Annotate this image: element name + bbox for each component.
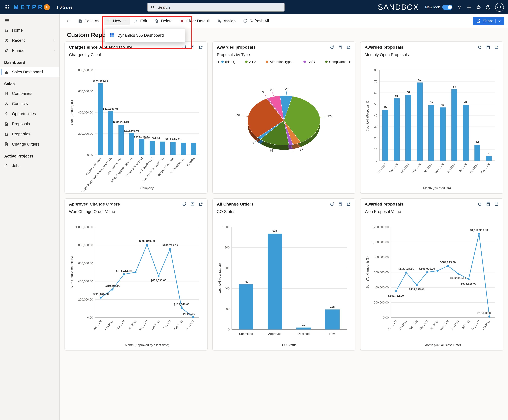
sidebar-item-label: Companies bbox=[12, 91, 32, 96]
sidebar-item-contacts[interactable]: Contacts bbox=[0, 98, 60, 109]
svg-text:$410,153.08: $410,153.08 bbox=[103, 107, 119, 110]
view-records-icon[interactable] bbox=[190, 202, 195, 206]
card-title: Charges since January 1st 2024 bbox=[69, 45, 133, 50]
sidebar-item-pinned[interactable]: Pinned bbox=[0, 45, 60, 56]
new-button[interactable]: New bbox=[104, 17, 129, 25]
svg-text:25: 25 bbox=[270, 88, 273, 92]
legend-prev-arrow[interactable]: ◀ bbox=[217, 60, 219, 63]
home-icon bbox=[4, 28, 9, 32]
svg-text:4: 4 bbox=[488, 152, 490, 155]
legend-next-arrow[interactable]: ▶ bbox=[349, 60, 351, 63]
menu-item-dynamics-365-dashboard[interactable]: Dynamics 365 Dashboard bbox=[105, 29, 185, 42]
card-tools bbox=[330, 45, 351, 49]
save-as-button[interactable]: Save As bbox=[75, 17, 102, 25]
global-search[interactable] bbox=[147, 3, 284, 12]
assign-button[interactable]: Assign bbox=[214, 17, 239, 25]
help-icon[interactable]: ? bbox=[486, 5, 491, 10]
svg-text:MWE Corporate Services: MWE Corporate Services bbox=[110, 157, 133, 183]
logo-text: METPR bbox=[14, 4, 44, 11]
view-records-icon[interactable] bbox=[190, 45, 195, 49]
sidebar-item-recent[interactable]: Recent bbox=[0, 35, 60, 45]
expand-icon[interactable] bbox=[494, 202, 499, 206]
svg-text:Jan 2024: Jan 2024 bbox=[93, 320, 103, 331]
svg-text:Count:All (CO Status): Count:All (CO Status) bbox=[218, 263, 221, 293]
sidebar-item-sales-dashboard[interactable]: Sales Dashboard bbox=[0, 67, 60, 77]
svg-text:Feb 2024: Feb 2024 bbox=[104, 320, 114, 331]
share-button[interactable]: Share bbox=[473, 17, 504, 25]
view-records-icon[interactable] bbox=[338, 45, 343, 49]
svg-text:400,000.00: 400,000.00 bbox=[78, 111, 93, 114]
user-avatar[interactable]: CA bbox=[495, 3, 504, 12]
card-tools bbox=[330, 202, 351, 206]
svg-text:Approved: Approved bbox=[268, 332, 282, 335]
expand-icon[interactable] bbox=[199, 45, 203, 49]
sidebar-item-jobs[interactable]: Jobs bbox=[0, 160, 60, 171]
share-chevron-icon bbox=[498, 19, 501, 23]
refresh-icon bbox=[243, 19, 247, 23]
toggle-switch[interactable] bbox=[442, 5, 452, 10]
sidebar-item-proposals[interactable]: Proposals bbox=[0, 119, 60, 129]
svg-text:935: 935 bbox=[273, 229, 277, 232]
refresh-all-button[interactable]: Refresh All bbox=[240, 17, 272, 25]
svg-text:600,000.00: 600,000.00 bbox=[78, 262, 93, 265]
svg-text:Sep 2024: Sep 2024 bbox=[185, 320, 195, 331]
refresh-icon[interactable] bbox=[182, 202, 186, 206]
expand-icon[interactable] bbox=[494, 45, 499, 49]
refresh-icon[interactable] bbox=[478, 202, 482, 206]
sidebar-item-opportunities[interactable]: Opportunities bbox=[0, 109, 60, 119]
legend-item-alteration-type-i: Alteration Type I bbox=[266, 60, 294, 64]
svg-text:Mar 2024: Mar 2024 bbox=[411, 163, 421, 174]
menu-toggle-icon[interactable] bbox=[5, 18, 10, 23]
svg-text:8: 8 bbox=[292, 149, 293, 153]
edit-button[interactable]: Edit bbox=[131, 17, 150, 25]
view-records-icon[interactable] bbox=[486, 202, 490, 206]
svg-text:600: 600 bbox=[224, 266, 230, 270]
refresh-icon[interactable] bbox=[478, 45, 482, 49]
refresh-icon[interactable] bbox=[182, 45, 186, 49]
clear-default-button[interactable]: Clear Default bbox=[177, 17, 213, 25]
back-button[interactable] bbox=[63, 17, 74, 25]
sidebar-item-home[interactable]: Home bbox=[0, 25, 60, 35]
add-icon[interactable] bbox=[466, 5, 471, 10]
expand-icon[interactable] bbox=[346, 202, 351, 206]
new-dropdown-menu: Dynamics 365 Dashboard bbox=[105, 28, 185, 42]
svg-text:Jan 2024: Jan 2024 bbox=[388, 163, 398, 174]
lightbulb-icon[interactable] bbox=[457, 5, 462, 10]
svg-text:0.00: 0.00 bbox=[87, 316, 93, 319]
sidebar-section-dashboard: Dashboard bbox=[0, 56, 60, 67]
svg-text:58: 58 bbox=[407, 91, 410, 94]
svg-text:49: 49 bbox=[464, 101, 467, 104]
briefcase-icon bbox=[4, 163, 9, 168]
svg-text:$431,225.00: $431,225.00 bbox=[409, 288, 425, 291]
search-input[interactable] bbox=[157, 5, 281, 10]
sidebar-item-properties[interactable]: Properties bbox=[0, 129, 60, 139]
save-icon bbox=[78, 19, 82, 23]
settings-icon[interactable] bbox=[476, 5, 481, 10]
svg-text:Month (Approved by client date: Month (Approved by client date) bbox=[125, 343, 169, 347]
expand-icon[interactable] bbox=[346, 45, 351, 49]
svg-text:0: 0 bbox=[228, 328, 230, 331]
chart: 0.00200,000.00400,000.00600,000.00800,00… bbox=[69, 218, 203, 348]
refresh-icon[interactable] bbox=[330, 45, 334, 49]
chart: 01020304050607080Dec 2023Jan 2024Feb 202… bbox=[365, 61, 499, 191]
waffle-icon[interactable] bbox=[4, 5, 9, 10]
svg-text:132: 132 bbox=[235, 114, 240, 117]
card-title: Awarded proposals bbox=[217, 45, 255, 50]
clear-x-icon bbox=[180, 19, 184, 23]
new-look-toggle[interactable]: New look bbox=[425, 5, 452, 10]
refresh-icon[interactable] bbox=[330, 202, 334, 206]
sidebar-item-companies[interactable]: Companies bbox=[0, 88, 60, 98]
view-records-icon[interactable] bbox=[338, 202, 343, 206]
chart: 02004006008001000SubmittedApprovedDeclin… bbox=[217, 218, 351, 348]
svg-text:Sep 2024: Sep 2024 bbox=[480, 163, 491, 174]
svg-text:Submitted: Submitted bbox=[239, 332, 253, 335]
clock-icon bbox=[4, 38, 9, 43]
view-records-icon[interactable] bbox=[486, 45, 490, 49]
sidebar-item-change-orders[interactable]: Change Orders bbox=[0, 139, 60, 149]
delete-button[interactable]: Delete bbox=[151, 17, 176, 25]
back-arrow-icon bbox=[66, 19, 71, 23]
expand-icon[interactable] bbox=[199, 202, 203, 206]
sidebar-item-label: Pinned bbox=[12, 48, 24, 53]
svg-text:$131,741.04: $131,741.04 bbox=[144, 137, 160, 140]
chevron-down-icon bbox=[52, 49, 55, 52]
